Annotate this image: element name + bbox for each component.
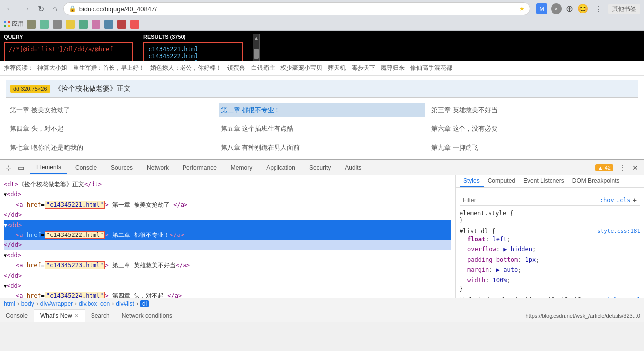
tab-memory[interactable]: Memory (225, 162, 258, 173)
query-label: QUERY (4, 34, 133, 40)
styles-tab-computed[interactable]: Computed (484, 175, 519, 187)
results-scrollbar[interactable]: ▲ ▼ (253, 34, 260, 61)
tree-line-dd4[interactable]: ▼<dd> (4, 281, 451, 291)
rec-item-1[interactable]: 神算大小姐 (37, 64, 67, 71)
rec-item-4[interactable]: 镇蛮兽 (227, 64, 245, 71)
ext-icon-4[interactable]: 😊 (577, 3, 588, 14)
chapter-item-8[interactable]: 第八章 有种别跪在男人面前 (219, 140, 426, 155)
style-rule-list-dl: #list dl { style.css:181 float: left; ov… (460, 228, 640, 292)
home-button[interactable]: ⌂ (50, 3, 59, 14)
tab-audits[interactable]: Audits (339, 162, 367, 173)
rec-item-9[interactable]: 魔尊归来 (381, 64, 405, 71)
bookmarks-bar: 应用 (0, 18, 644, 31)
filter-pseudo-label[interactable]: :hov (600, 197, 614, 204)
style-prop-float: float: left; (460, 234, 640, 244)
rec-item-10[interactable]: 修仙高手混花都 (410, 64, 452, 71)
chapter-item-5[interactable]: 第五章 这个插班生有点酷 (219, 121, 426, 136)
filter-cls-label[interactable]: .cls (616, 197, 631, 204)
chapter-grid: 第一章 被美女抢劫了 第二章 都很不专业！ 第三章 英雄救美不好当 第四章 头，… (6, 103, 638, 155)
breadcrumb-body[interactable]: body (21, 300, 34, 307)
tab-security[interactable]: Security (303, 162, 337, 173)
tab-elements[interactable]: Elements (30, 162, 67, 174)
breadcrumb-dl[interactable]: dl (140, 300, 149, 307)
recommended-label: 推荐阅读： (4, 64, 34, 71)
chapter-item-1[interactable]: 第一章 被美女抢劫了 (8, 103, 215, 117)
bookmark-swatch-9[interactable] (130, 20, 139, 29)
bookmark-swatch-7[interactable] (104, 20, 113, 29)
bottom-tab-search[interactable]: Search (85, 309, 116, 322)
tab-network[interactable]: Network (141, 162, 175, 173)
styles-panel: Styles Computed Event Listeners DOM Brea… (455, 175, 644, 298)
rec-item-3[interactable]: 婚色撩人：老公，你好棒！ (150, 64, 222, 71)
ext-icon-2[interactable]: × (551, 3, 562, 14)
tree-line-dd3[interactable]: ▼<dd> (4, 250, 451, 260)
tree-line-a3[interactable]: <a href="c14345223.html"> 第三章 英雄救美不好当</a… (4, 260, 451, 270)
styles-content: :hov .cls + element.style { } #list dl {… (456, 192, 644, 298)
tree-line-dd1[interactable]: ▼<dd> (4, 189, 451, 199)
chapter-item-4[interactable]: 第四章 头，对不起 (8, 121, 215, 136)
tab-console[interactable]: Console (69, 162, 103, 173)
ext-icon-1[interactable]: M (536, 3, 547, 14)
filter-bar: :hov .cls + (460, 195, 640, 206)
tab-performance[interactable]: Performance (177, 162, 223, 173)
bottom-tab-console[interactable]: Console (0, 309, 34, 322)
reload-button[interactable]: ↻ (36, 3, 46, 15)
bookmark-swatch-1[interactable] (27, 20, 36, 29)
style-source-list-dl[interactable]: style.css:181 (597, 228, 640, 234)
bookmark-swatch-4[interactable] (66, 20, 75, 29)
devtools-icons: ⊹ ▭ (4, 163, 26, 173)
styles-tab-events[interactable]: Event Listeners (519, 175, 568, 187)
styles-tab-dom[interactable]: DOM Breakpoints (568, 175, 624, 187)
close-whats-new-icon[interactable]: ✕ (74, 313, 79, 319)
filter-plus-icon[interactable]: + (633, 196, 637, 204)
styles-tab-styles[interactable]: Styles (460, 175, 484, 187)
devtools-breadcrumb: html › body › div#wrapper › div.box_con … (0, 298, 644, 309)
tree-line-dd3-close: </dd> (4, 271, 451, 281)
bottom-tab-network-conditions[interactable]: Network conditions (116, 309, 178, 322)
rec-item-8[interactable]: 毒步天下 (352, 64, 375, 71)
chapter-item-7[interactable]: 第七章 咆你的还是咆我的 (8, 140, 215, 155)
tree-line-dd2[interactable]: ▼<dd> (4, 220, 451, 230)
devtools-query-overlay: QUERY //*[@id="list"]/dl/dd/a/@href RESU… (0, 31, 644, 61)
breadcrumb-div-list[interactable]: div#list (116, 300, 134, 307)
devtools-more-button[interactable]: ⋮ (617, 163, 628, 173)
breadcrumb-html[interactable]: html (4, 300, 15, 307)
chapter-item-3[interactable]: 第三章 英雄救美不好当 (429, 103, 636, 117)
rec-item-6[interactable]: 权少豪宠小宝贝 (280, 64, 322, 71)
other-bookmarks-button[interactable]: 其他书签 (608, 4, 640, 14)
rec-item-7[interactable]: 葬天机 (328, 64, 346, 71)
chapter-item-6[interactable]: 第六章 这个，没有必要 (429, 121, 636, 136)
result-2: c14345222.html (148, 53, 238, 60)
filter-input[interactable] (463, 197, 598, 204)
back-button[interactable]: ← (4, 3, 16, 14)
bookmark-star-icon[interactable]: ★ (519, 5, 525, 12)
rec-item-2[interactable]: 重生军婚：首长，早上好！ (73, 64, 145, 71)
bookmark-swatch-6[interactable] (92, 20, 100, 29)
breadcrumb-div-wrapper[interactable]: div#wrapper (40, 300, 73, 307)
style-prop-padding-bottom: padding-bottom: 1px; (460, 255, 640, 265)
apps-icon[interactable]: 应用 (4, 20, 24, 28)
query-section: QUERY //*[@id="list"]/dl/dd/a/@href (4, 34, 133, 61)
bottom-tab-whats-new[interactable]: What's New ✕ (34, 309, 85, 322)
tab-application[interactable]: Application (260, 162, 301, 173)
ext-icon-3[interactable]: ⊕ (566, 3, 573, 14)
forward-button[interactable]: → (20, 3, 32, 14)
browser-chrome: ← → ↻ ⌂ 🔒 biduo.cc/biquge/40_40847/ ★ M … (0, 0, 644, 31)
bookmark-swatch-2[interactable] (40, 20, 49, 29)
tree-line-a4[interactable]: <a href="c14345224.html"> 第四章 头，对不起 </a> (4, 291, 451, 298)
breadcrumb-div-box-con[interactable]: div.box_con (79, 300, 110, 307)
bookmark-swatch-3[interactable] (53, 20, 62, 29)
bookmark-swatch-8[interactable] (117, 20, 126, 29)
tab-sources[interactable]: Sources (105, 162, 139, 173)
rec-item-5[interactable]: 白银霸主 (251, 64, 275, 71)
more-button[interactable]: ⋮ (592, 3, 604, 15)
device-icon-button[interactable]: ▭ (16, 163, 26, 173)
inspect-icon-button[interactable]: ⊹ (4, 163, 14, 173)
devtools-close-button[interactable]: ✕ (630, 163, 640, 173)
tree-line-a1[interactable]: <a href="c14345221.html"> 第一章 被美女抢劫了 </a… (4, 200, 451, 210)
chapter-item-9[interactable]: 第九章 一脚踹飞 (429, 140, 636, 155)
chapter-item-2[interactable]: 第二章 都很不专业！ (219, 103, 426, 117)
address-bar[interactable]: 🔒 biduo.cc/biquge/40_40847/ ★ (63, 2, 530, 15)
tree-line-a2[interactable]: <a href="c14345222.html"> 第二章 都很不专业！</a> (4, 230, 451, 240)
bookmark-swatch-5[interactable] (79, 20, 88, 29)
